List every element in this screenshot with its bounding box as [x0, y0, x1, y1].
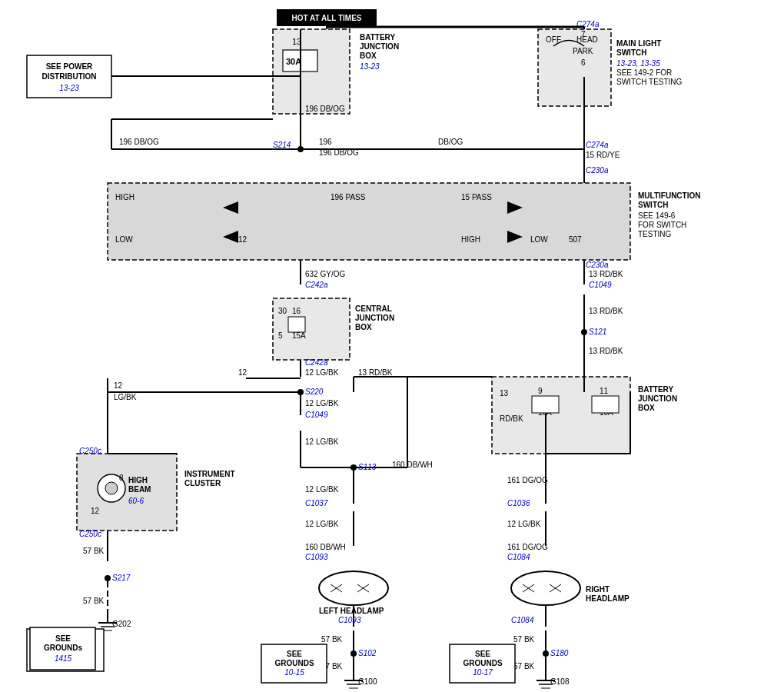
svg-text:11: 11: [600, 387, 609, 395]
svg-text:HOT AT ALL TIMES: HOT AT ALL TIMES: [291, 14, 361, 22]
svg-text:15  PASS: 15 PASS: [461, 193, 492, 201]
svg-text:13  RD/BK: 13 RD/BK: [589, 270, 623, 278]
svg-text:7: 7: [581, 30, 586, 38]
svg-text:PARK: PARK: [573, 47, 593, 55]
svg-text:507: 507: [569, 235, 582, 244]
svg-text:BATTERY: BATTERY: [360, 33, 395, 42]
svg-text:S102: S102: [358, 649, 377, 657]
svg-rect-44: [108, 183, 630, 260]
svg-text:LEFT HEADLAMP: LEFT HEADLAMP: [319, 607, 384, 615]
svg-text:HEAD: HEAD: [576, 35, 598, 44]
svg-text:C1093: C1093: [338, 616, 361, 624]
svg-text:C242a: C242a: [305, 281, 328, 289]
svg-text:57  BK: 57 BK: [83, 547, 105, 555]
svg-text:C1093: C1093: [305, 553, 328, 561]
svg-text:MULTIFUNCTION: MULTIFUNCTION: [638, 191, 700, 200]
svg-text:LOW: LOW: [530, 235, 548, 244]
svg-text:10-15: 10-15: [284, 668, 304, 677]
svg-text:13: 13: [500, 389, 509, 398]
svg-text:632  GY/OG: 632 GY/OG: [305, 270, 345, 278]
svg-text:S121: S121: [589, 328, 606, 336]
svg-rect-104: [532, 396, 559, 413]
svg-text:MAIN LIGHT: MAIN LIGHT: [616, 39, 661, 48]
svg-text:TESTING: TESTING: [638, 230, 672, 238]
svg-text:LG/BK: LG/BK: [114, 393, 137, 401]
svg-text:13  RD/BK: 13 RD/BK: [589, 307, 623, 315]
svg-text:C1037: C1037: [305, 499, 328, 507]
svg-text:BATTERY: BATTERY: [638, 385, 673, 394]
svg-text:C242a: C242a: [305, 358, 328, 367]
svg-rect-74: [288, 317, 305, 332]
svg-text:6: 6: [581, 58, 586, 67]
svg-text:196  PASS: 196 PASS: [331, 193, 366, 201]
svg-text:12  LG/BK: 12 LG/BK: [305, 368, 339, 377]
svg-text:SWITCH: SWITCH: [638, 201, 668, 209]
svg-text:BOX: BOX: [360, 52, 377, 60]
svg-point-117: [105, 482, 118, 494]
svg-text:12  LG/BK: 12 LG/BK: [305, 399, 339, 408]
svg-text:C1084: C1084: [507, 553, 530, 561]
svg-text:161  DG/OG: 161 DG/OG: [507, 543, 548, 551]
svg-text:SEE 149-2 FOR: SEE 149-2 FOR: [616, 68, 672, 77]
svg-text:C250c: C250c: [79, 447, 101, 455]
svg-text:RD/BK: RD/BK: [500, 414, 523, 423]
svg-text:SEE: SEE: [287, 650, 302, 658]
svg-text:15  RD/YE: 15 RD/YE: [586, 151, 620, 159]
svg-text:57  BK: 57 BK: [83, 597, 105, 605]
svg-text:13-23, 13-35: 13-23, 13-35: [616, 59, 660, 68]
svg-text:CLUSTER: CLUSTER: [184, 479, 221, 487]
svg-text:10-17: 10-17: [473, 668, 493, 677]
svg-text:S217: S217: [112, 574, 131, 582]
svg-rect-115: [77, 454, 177, 531]
svg-text:G108: G108: [550, 677, 570, 686]
svg-text:GROUNDS: GROUNDS: [274, 659, 314, 667]
svg-text:CENTRAL: CENTRAL: [355, 304, 392, 313]
svg-text:JUNCTION: JUNCTION: [638, 394, 677, 403]
svg-text:C1049: C1049: [589, 281, 612, 289]
svg-text:13  RD/BK: 13 RD/BK: [589, 347, 623, 355]
svg-text:BOX: BOX: [638, 404, 655, 412]
svg-text:INSTRUMENT: INSTRUMENT: [184, 470, 235, 478]
svg-point-191: [543, 650, 549, 657]
svg-text:GROUNDS: GROUNDS: [463, 659, 502, 667]
svg-text:13-23: 13-23: [360, 62, 380, 71]
svg-text:LOW: LOW: [115, 235, 133, 244]
svg-text:196  DB/OG: 196 DB/OG: [319, 148, 359, 157]
svg-text:FOR SWITCH: FOR SWITCH: [638, 221, 686, 229]
diagram-svg: HOT AT ALL TIMES BATTERY JUNCTION BOX 13…: [0, 0, 784, 692]
svg-text:5: 5: [278, 331, 283, 340]
svg-text:C1049: C1049: [305, 411, 328, 419]
svg-text:57  BK: 57 BK: [513, 662, 535, 670]
svg-text:G202: G202: [112, 620, 131, 628]
svg-text:SEE: SEE: [55, 634, 71, 643]
svg-text:RIGHT: RIGHT: [586, 585, 610, 594]
svg-text:12: 12: [114, 381, 123, 390]
svg-text:16: 16: [292, 307, 301, 315]
svg-text:1415: 1415: [55, 654, 72, 663]
svg-text:C274a: C274a: [586, 141, 609, 149]
svg-text:SEE 149-6: SEE 149-6: [638, 211, 676, 220]
svg-text:30A: 30A: [286, 57, 301, 66]
svg-text:DISTRIBUTION: DISTRIBUTION: [42, 72, 96, 81]
svg-text:57  BK: 57 BK: [321, 635, 343, 644]
svg-text:HIGH: HIGH: [128, 476, 148, 484]
svg-text:S214: S214: [273, 141, 291, 149]
svg-point-180: [511, 571, 580, 605]
svg-text:HIGH: HIGH: [115, 193, 135, 201]
svg-text:BOX: BOX: [355, 323, 372, 331]
svg-text:196  DB/OG: 196 DB/OG: [305, 105, 345, 113]
svg-text:30: 30: [278, 307, 287, 315]
svg-text:DB/OG: DB/OG: [438, 138, 463, 146]
svg-text:SWITCH: SWITCH: [616, 48, 646, 57]
svg-text:G100: G100: [358, 677, 377, 686]
svg-text:SEE POWER: SEE POWER: [46, 62, 93, 71]
svg-text:12: 12: [238, 235, 247, 244]
svg-text:9: 9: [538, 387, 543, 395]
svg-text:160  DB/WH: 160 DB/WH: [305, 543, 346, 551]
svg-text:C230a: C230a: [586, 166, 609, 175]
svg-text:12  LG/BK: 12 LG/BK: [305, 520, 339, 528]
svg-text:HEADLAMP: HEADLAMP: [586, 594, 630, 603]
svg-rect-105: [592, 396, 619, 413]
svg-text:GROUNDs: GROUNDs: [44, 644, 82, 652]
svg-text:C1036: C1036: [507, 499, 530, 507]
